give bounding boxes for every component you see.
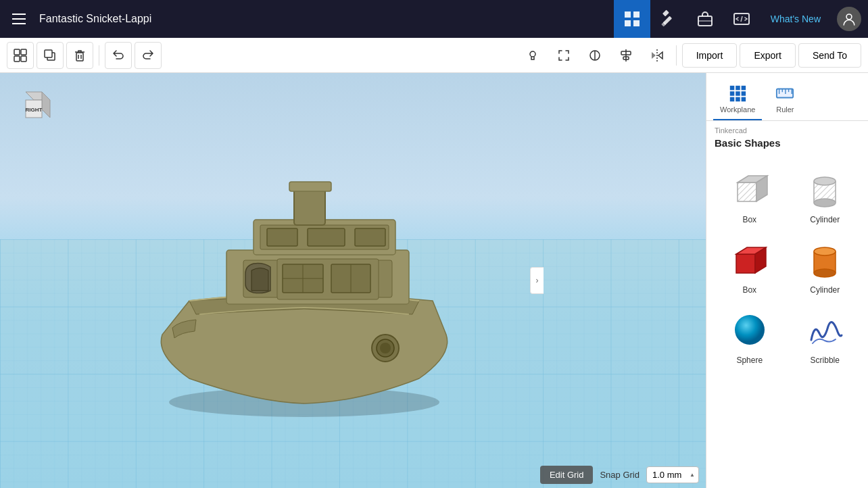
- svg-marker-28: [652, 52, 656, 59]
- shape-preview-cylinder-gray: [803, 168, 846, 211]
- shape-item-cylinder-orange[interactable]: Cylinder: [788, 231, 863, 301]
- menu-icon[interactable]: [7, 7, 31, 31]
- svg-marker-79: [736, 254, 755, 273]
- nav-build-button[interactable]: [650, 0, 687, 38]
- main-area: RIGHT › Edit Grid Snap Grid 1.0 mm 0.5 m…: [0, 73, 868, 488]
- svg-marker-53: [42, 92, 50, 118]
- svg-point-85: [735, 315, 765, 345]
- panel-section-title: Basic Shapes: [706, 137, 868, 155]
- send-to-button[interactable]: Send To: [798, 43, 861, 68]
- right-panel: Workplane Ruler Tinkercad Basic Shapes: [706, 73, 868, 488]
- svg-rect-5: [662, 9, 669, 16]
- svg-rect-58: [742, 86, 746, 91]
- svg-rect-45: [308, 228, 345, 246]
- 3d-viewport[interactable]: RIGHT › Edit Grid Snap Grid 1.0 mm 0.5 m…: [0, 73, 706, 488]
- svg-rect-12: [14, 49, 20, 55]
- shape-item-box-red[interactable]: Box: [712, 231, 788, 301]
- nav-right: What's New: [614, 0, 861, 38]
- shape-label-sphere-blue: Sphere: [736, 356, 763, 365]
- svg-rect-2: [625, 20, 631, 26]
- user-avatar-button[interactable]: [837, 7, 861, 31]
- svg-marker-29: [658, 52, 662, 59]
- panel-collapse-button[interactable]: ›: [530, 267, 544, 294]
- shape-item-cylinder-gray[interactable]: Cylinder: [788, 161, 863, 231]
- shape-item-scribble[interactable]: Scribble: [788, 301, 863, 372]
- svg-rect-14: [14, 56, 20, 62]
- tab-workplane[interactable]: Workplane: [713, 78, 762, 120]
- panel-brand-label: Tinkercad: [706, 121, 868, 137]
- toolbar: Import Export Send To: [0, 38, 868, 73]
- tab-ruler[interactable]: Ruler: [769, 78, 801, 120]
- svg-rect-62: [730, 97, 735, 102]
- shape-preview-box-gray: [728, 168, 771, 211]
- toolbar-view-icons: [519, 42, 671, 69]
- svg-point-77: [814, 177, 836, 185]
- redo-button[interactable]: [135, 42, 162, 69]
- orientation-cube[interactable]: RIGHT: [14, 87, 54, 127]
- svg-line-10: [741, 16, 742, 22]
- group-button[interactable]: [550, 42, 577, 69]
- shape-label-cylinder-orange: Cylinder: [810, 285, 840, 295]
- shape-item-sphere-blue[interactable]: Sphere: [712, 301, 788, 372]
- delete-button[interactable]: [66, 42, 93, 69]
- shape-preview-cylinder-orange: [803, 238, 846, 281]
- nav-3d-view-button[interactable]: [614, 0, 650, 38]
- toolbar-separator-1: [99, 45, 99, 66]
- svg-rect-17: [45, 50, 52, 57]
- ungroup-button[interactable]: [581, 42, 608, 69]
- shape-label-box-red: Box: [742, 285, 756, 295]
- toolbar-separator-2: [676, 45, 677, 66]
- lighting-button[interactable]: [519, 42, 546, 69]
- svg-rect-63: [736, 97, 740, 102]
- project-title: Fantastic Snicket-Lappi: [39, 13, 614, 25]
- svg-rect-44: [267, 228, 297, 246]
- toolbar-right: Import Export Send To: [519, 42, 861, 69]
- import-button[interactable]: Import: [682, 43, 738, 68]
- shape-label-scribble: Scribble: [811, 356, 840, 365]
- svg-rect-60: [736, 91, 740, 96]
- ruler-tab-label: Ruler: [776, 105, 794, 114]
- svg-rect-3: [633, 20, 640, 26]
- edit-grid-button[interactable]: Edit Grid: [540, 466, 594, 484]
- align-button[interactable]: [612, 42, 640, 69]
- svg-point-21: [530, 51, 535, 57]
- snap-grid-label: Snap Grid: [600, 470, 640, 480]
- svg-rect-61: [742, 91, 746, 96]
- svg-rect-18: [76, 53, 83, 61]
- svg-point-11: [846, 14, 852, 20]
- shape-label-cylinder-gray: Cylinder: [810, 215, 840, 224]
- undo-button[interactable]: [105, 42, 132, 69]
- top-navigation: Fantastic Snicket-Lappi: [0, 0, 868, 38]
- svg-point-51: [380, 343, 391, 353]
- boat-svg: [122, 139, 514, 422]
- export-button[interactable]: Export: [740, 43, 795, 68]
- boat-model: [122, 139, 514, 422]
- mirror-button[interactable]: [644, 42, 671, 69]
- svg-marker-72: [738, 182, 756, 201]
- svg-rect-59: [730, 91, 735, 96]
- svg-rect-46: [355, 228, 385, 246]
- add-shape-button[interactable]: [7, 42, 34, 69]
- snap-grid-wrapper: 1.0 mm 0.5 mm 0.1 mm 2.0 mm: [646, 466, 699, 483]
- svg-point-78: [814, 199, 836, 207]
- nav-codeblocks-button[interactable]: [723, 0, 760, 38]
- svg-rect-0: [625, 11, 631, 18]
- svg-point-84: [814, 269, 836, 277]
- svg-rect-48: [289, 182, 331, 191]
- shape-preview-sphere-blue: [728, 308, 771, 351]
- snap-grid-select[interactable]: 1.0 mm 0.5 mm 0.1 mm 2.0 mm: [646, 466, 699, 483]
- shape-label-box-gray: Box: [742, 215, 756, 224]
- svg-rect-15: [21, 56, 26, 62]
- svg-rect-64: [742, 97, 746, 102]
- svg-rect-1: [633, 11, 640, 18]
- shape-preview-scribble: [803, 308, 846, 351]
- duplicate-button[interactable]: [37, 42, 64, 69]
- workplane-tab-label: Workplane: [720, 105, 755, 114]
- svg-text:RIGHT: RIGHT: [26, 107, 43, 113]
- nav-learn-button[interactable]: [687, 0, 723, 38]
- svg-rect-56: [730, 86, 735, 91]
- whats-new-button[interactable]: What's New: [760, 0, 831, 38]
- shape-preview-box-red: [728, 238, 771, 281]
- svg-rect-57: [736, 86, 740, 91]
- shape-item-box-gray[interactable]: Box: [712, 161, 788, 231]
